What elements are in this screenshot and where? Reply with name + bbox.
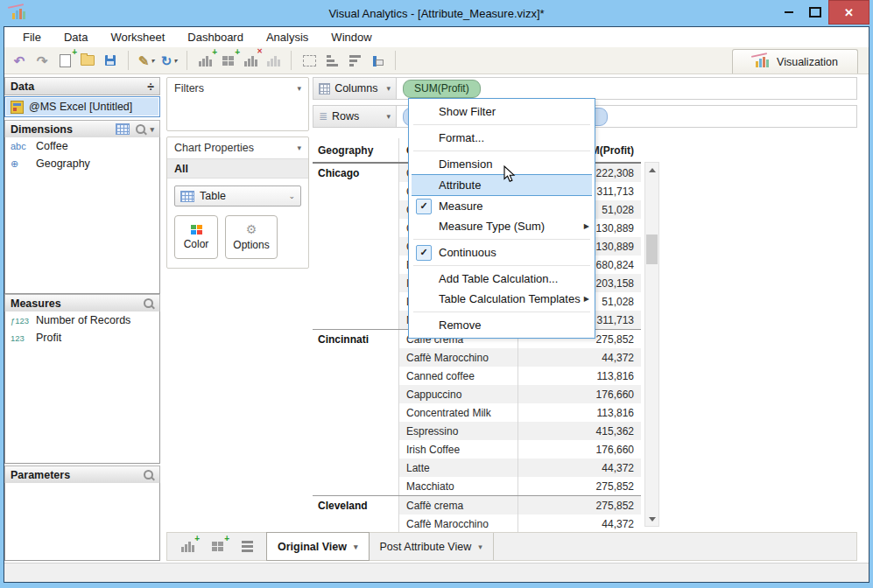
toolbar-separator — [128, 51, 129, 70]
table-row[interactable]: Irish Coffee176,660 — [313, 440, 641, 458]
toolbar-separator — [291, 51, 292, 70]
view-data-icon[interactable] — [116, 123, 130, 135]
coffee-cell: Latte — [398, 458, 517, 477]
geography-column-header[interactable]: Geography — [313, 144, 398, 157]
minimize-button[interactable] — [776, 0, 802, 24]
dimensions-list: abcCoffee⊕Geography — [4, 137, 160, 294]
menu-item-format[interactable]: Format... — [409, 128, 595, 148]
data-source-item[interactable]: @MS Excel [Untitled] — [4, 96, 160, 117]
new-worksheet-icon[interactable]: + — [178, 536, 197, 557]
menu-item-continuous[interactable]: ✓Continuous — [409, 242, 595, 262]
sort-ascending-icon[interactable] — [322, 50, 341, 71]
field-item-geography[interactable]: ⊕Geography — [5, 155, 159, 172]
search-icon[interactable] — [135, 123, 146, 135]
view-tab-post-attribute-view[interactable]: Post Attribute View▾ — [370, 533, 494, 560]
show-labels-icon[interactable] — [368, 50, 387, 71]
menu-item-table-calculation-templates[interactable]: Table Calculation Templates▶ — [409, 289, 595, 309]
new-dashboard-icon[interactable]: + — [208, 536, 227, 557]
table-row[interactable]: Concentrated Milk113,816 — [313, 403, 641, 422]
menu-item-attribute[interactable]: Attribute — [412, 174, 592, 196]
table-row[interactable]: ClevelandCaffè crema275,852 — [313, 495, 641, 514]
excel-source-icon — [11, 101, 24, 114]
menu-analysis[interactable]: Analysis — [255, 28, 320, 46]
color-button[interactable]: Color — [174, 215, 218, 259]
plus-badge-icon: + — [224, 535, 229, 543]
dimensions-header: Dimensions ▾ — [4, 120, 160, 138]
menu-item-measure[interactable]: ✓Measure — [409, 196, 595, 216]
menu-item-label: Table Calculation Templates — [439, 292, 581, 305]
save-icon[interactable] — [101, 50, 120, 71]
color-button-label: Color — [184, 238, 209, 250]
menu-dashboard[interactable]: Dashboard — [176, 28, 255, 46]
field-item-profit[interactable]: 123Profit — [5, 329, 159, 346]
menu-item-show-filter[interactable]: Show Filter — [409, 102, 595, 122]
x-badge-icon: ✕ — [257, 48, 263, 55]
dropdown-arrow-icon[interactable]: ▾ — [173, 57, 177, 65]
measure-pill[interactable]: SUM(Profit) — [403, 80, 481, 98]
geography-cell — [313, 274, 398, 292]
sort-descending-icon[interactable] — [345, 50, 364, 71]
menu-file[interactable]: File — [11, 28, 53, 46]
field-label: Number of Records — [36, 314, 130, 326]
table-scrollbar[interactable] — [644, 162, 659, 527]
chevron-down-icon[interactable]: ▾ — [386, 112, 391, 121]
clear-selection-icon[interactable] — [299, 50, 319, 71]
menu-item-dimension[interactable]: Dimension — [409, 154, 595, 174]
chart-logo-icon — [752, 52, 771, 73]
menu-window[interactable]: Window — [320, 28, 383, 46]
open-file-icon[interactable] — [78, 50, 97, 71]
scrollbar-thumb[interactable] — [646, 234, 658, 264]
menu-item-measure-type-sum[interactable]: Measure Type (Sum)▶ — [409, 216, 595, 236]
swap-panes-icon[interactable]: ÷ — [147, 80, 154, 93]
data-panel-header: Data ÷ — [4, 77, 160, 95]
chevron-down-icon[interactable]: ▾ — [150, 125, 154, 134]
chevron-down-icon[interactable]: ▾ — [478, 542, 482, 551]
add-worksheet-icon[interactable]: + — [195, 50, 215, 71]
menu-worksheet[interactable]: Worksheet — [99, 28, 176, 46]
field-item-number-of-records[interactable]: ƒ123Number of Records — [5, 312, 159, 329]
chevron-down-icon[interactable]: ▾ — [386, 84, 391, 93]
menu-data[interactable]: Data — [53, 28, 99, 46]
submenu-arrow-icon: ▶ — [584, 295, 589, 303]
close-button[interactable]: ✕ — [828, 0, 869, 24]
menu-item-add-table-calculation[interactable]: Add Table Calculation... — [409, 269, 595, 289]
table-row[interactable]: Macchiato275,852 — [313, 477, 641, 495]
format-painter-icon[interactable]: ✎▾ — [137, 50, 156, 71]
chart-type-select[interactable]: Table ⌄ — [174, 186, 301, 206]
view-tab-original-view[interactable]: Original View▾ — [266, 532, 370, 561]
field-item-coffee[interactable]: abcCoffee — [5, 137, 159, 155]
geography-cell — [313, 385, 398, 403]
scroll-up-icon[interactable] — [645, 163, 658, 177]
search-icon[interactable] — [143, 298, 154, 309]
maximize-button[interactable] — [802, 0, 828, 24]
table-row[interactable]: Cappuccino176,660 — [313, 385, 641, 403]
columns-shelf[interactable]: SUM(Profit) — [396, 77, 857, 100]
delete-worksheet-icon[interactable]: ✕ — [241, 50, 260, 71]
dropdown-arrow-icon[interactable]: ▾ — [151, 57, 154, 65]
undo-icon[interactable]: ↶ — [10, 50, 29, 71]
chevron-down-icon[interactable]: ▾ — [297, 84, 301, 93]
menu-item-label: Remove — [439, 318, 481, 332]
data-source-label: @MS Excel [Untitled] — [29, 101, 132, 113]
menu-item-label: Dimension — [439, 158, 492, 171]
duplicate-worksheet-icon[interactable] — [264, 50, 283, 71]
search-icon[interactable] — [143, 469, 154, 480]
menu-separator — [413, 239, 590, 240]
table-row[interactable]: Caffè Marocchino44,372 — [313, 348, 641, 367]
table-row[interactable]: Latte44,372 — [313, 458, 641, 477]
visualization-tab[interactable]: Visualization — [732, 49, 858, 74]
table-row[interactable]: Espressino415,362 — [313, 422, 641, 440]
sheet-list-icon[interactable] — [237, 536, 257, 557]
table-row[interactable]: Caffè Marocchino44,372 — [313, 514, 641, 533]
menu-item-remove[interactable]: Remove — [409, 315, 595, 335]
refresh-data-icon[interactable]: ↻▾ — [159, 50, 179, 71]
chevron-down-icon[interactable]: ▾ — [354, 542, 358, 551]
new-file-icon[interactable]: + — [55, 50, 74, 71]
add-dashboard-icon[interactable]: + — [218, 50, 237, 71]
options-button[interactable]: ⚙ Options — [225, 215, 278, 259]
table-row[interactable]: Canned coffee113,816 — [313, 367, 641, 385]
chevron-down-icon[interactable]: ▾ — [297, 144, 301, 152]
scroll-down-icon[interactable] — [645, 512, 658, 526]
redo-icon[interactable]: ↷ — [32, 50, 52, 71]
geography-cell — [313, 256, 398, 274]
